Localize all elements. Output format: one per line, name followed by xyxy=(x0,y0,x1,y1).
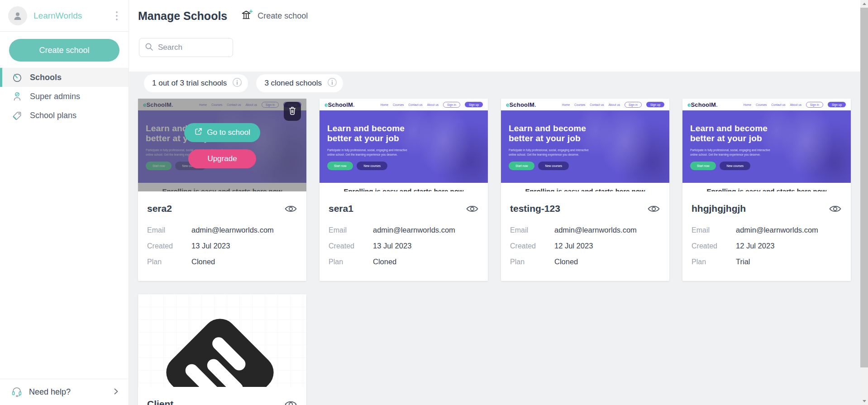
client-logo xyxy=(159,312,281,387)
vertical-scrollbar[interactable] xyxy=(860,0,868,405)
thumb-signup-pill: Sign up xyxy=(465,102,483,107)
scroll-down-arrow[interactable] xyxy=(860,397,868,405)
thumb-nav-link: Courses xyxy=(574,103,585,106)
delete-school-button[interactable] xyxy=(284,102,301,121)
thumb-site-navbar: eSchoolM. Home Courses Contact us About … xyxy=(320,99,488,110)
sidebar-item-label: Super admins xyxy=(30,92,80,101)
thumb-cta-new-courses: New courses xyxy=(357,162,387,170)
search-row xyxy=(129,32,860,71)
school-name: testing-123 xyxy=(510,203,560,214)
thumb-hero-headline: Learn and become better at your job xyxy=(509,110,601,143)
thumb-site-logo: eSchoolM. xyxy=(687,101,718,108)
headset-icon xyxy=(11,386,23,399)
thumb-cta-new-courses: New courses xyxy=(538,162,569,170)
kebab-menu-icon[interactable] xyxy=(113,9,120,23)
thumb-hero-headline: Learn and become better at your job xyxy=(690,110,783,143)
thumb-nav-link: Contact us xyxy=(408,103,422,106)
thumb-nav-link: Home xyxy=(562,103,570,106)
created-row: Created12 Jul 2023 xyxy=(501,241,669,251)
school-building-icon xyxy=(241,9,253,23)
plan-row: PlanCloned xyxy=(501,257,669,267)
eye-icon[interactable] xyxy=(829,204,842,214)
compass-icon xyxy=(12,72,23,83)
trash-icon xyxy=(287,105,297,118)
upgrade-button[interactable]: Upgrade xyxy=(188,149,256,168)
hover-dim-overlay xyxy=(138,99,306,191)
sidebar-item-label: School plans xyxy=(30,111,76,120)
school-card-client: Client xyxy=(138,294,306,405)
scrollbar-thumb[interactable] xyxy=(860,8,868,367)
eye-icon[interactable] xyxy=(284,204,297,214)
search-input[interactable] xyxy=(158,43,226,52)
school-thumbnail[interactable]: eSchoolM. Home Courses Contact us About … xyxy=(138,99,306,191)
thumb-cta-start-now: Start now xyxy=(690,162,716,170)
external-link-icon xyxy=(194,127,203,138)
school-name: Client xyxy=(147,399,173,405)
school-card-hhgjhgjhgjh: eSchoolM. Home Courses Contact us About … xyxy=(682,99,851,281)
thumb-clipped-heading: Enrolling is easy and starts here now xyxy=(682,183,851,191)
school-thumbnail[interactable]: eSchoolM. Home Courses Contact us About … xyxy=(320,99,488,191)
header-create-school-button[interactable]: Create school xyxy=(241,9,308,23)
created-row: Created13 Jul 2023 xyxy=(138,241,306,251)
thumb-signin-pill: Sign in xyxy=(443,102,460,108)
header-create-school-label: Create school xyxy=(258,11,308,21)
info-icon[interactable] xyxy=(327,77,337,90)
thumb-hero: Learn and become better at your job Part… xyxy=(682,110,851,183)
thumb-nav-link: About us xyxy=(790,103,801,106)
tag-icon xyxy=(12,110,23,121)
thumb-clipped-heading: Enrolling is easy and starts here now xyxy=(320,183,488,191)
upgrade-label: Upgrade xyxy=(207,154,237,163)
search-icon xyxy=(145,43,153,53)
thumb-cta-start-now: Start now xyxy=(509,162,534,170)
scroll-up-arrow[interactable] xyxy=(860,0,868,8)
brand-name: LearnWorlds xyxy=(33,11,82,21)
thumb-site-logo: eSchoolM. xyxy=(506,101,536,108)
eye-icon[interactable] xyxy=(284,400,297,405)
sidebar-item-schools[interactable]: Schools xyxy=(0,68,129,87)
thumb-hero: Learn and become better at your job Part… xyxy=(501,110,669,183)
school-thumbnail[interactable]: eSchoolM. Home Courses Contact us About … xyxy=(501,99,669,191)
school-thumbnail[interactable] xyxy=(138,294,306,387)
thumb-site-navbar: eSchoolM. Home Courses Contact us About … xyxy=(501,99,669,110)
brand-row: LearnWorlds xyxy=(0,0,129,32)
thumb-signup-pill: Sign up xyxy=(646,102,664,107)
thumb-nav-link: Courses xyxy=(756,103,767,106)
thumb-hero-paragraph: Participate in fully professional, socia… xyxy=(509,148,597,157)
school-card-testing-123: eSchoolM. Home Courses Contact us About … xyxy=(501,99,669,281)
search-box[interactable] xyxy=(139,38,233,57)
need-help-row[interactable]: Need help? xyxy=(0,379,129,405)
create-school-button[interactable]: Create school xyxy=(9,39,119,62)
cloned-schools-badge: 3 cloned schools xyxy=(256,74,343,92)
thumb-clipped-heading: Enrolling is easy and starts here now xyxy=(501,183,669,191)
eye-icon[interactable] xyxy=(466,204,479,214)
thumb-signin-pill: Sign in xyxy=(625,102,642,108)
trial-schools-badge-label: 1 out of 3 trial schools xyxy=(152,79,227,88)
trial-schools-badge: 1 out of 3 trial schools xyxy=(144,74,248,92)
thumb-hero-headline: Learn and become better at your job xyxy=(327,110,420,143)
sidebar-item-label: Schools xyxy=(30,73,62,82)
info-icon[interactable] xyxy=(232,77,242,90)
chevron-right-icon xyxy=(112,388,119,397)
page-header: Manage Schools Create school xyxy=(129,0,860,32)
school-thumbnail[interactable]: eSchoolM. Home Courses Contact us About … xyxy=(682,99,851,191)
avatar[interactable] xyxy=(8,6,27,25)
thumb-nav-link: Contact us xyxy=(590,103,604,106)
sidebar-item-super-admins[interactable]: Super admins xyxy=(0,87,129,106)
thumb-nav-link: Home xyxy=(381,103,388,106)
school-card-sera2: eSchoolM. Home Courses Contact us About … xyxy=(138,99,306,281)
go-to-school-button[interactable]: Go to school xyxy=(184,123,260,142)
plan-row: PlanCloned xyxy=(138,257,306,267)
email-row: Emailadmin@learnworlds.com xyxy=(138,225,306,235)
thumb-nav-link: Courses xyxy=(393,103,404,106)
school-name: sera2 xyxy=(147,203,172,214)
plan-row: PlanTrial xyxy=(682,257,851,267)
email-row: Emailadmin@learnworlds.com xyxy=(320,225,488,235)
eye-icon[interactable] xyxy=(647,204,660,214)
go-to-school-label: Go to school xyxy=(207,128,250,137)
thumb-cta-new-courses: New courses xyxy=(720,162,750,170)
thumb-site-logo: eSchoolM. xyxy=(324,101,355,108)
main-area: Manage Schools Create school 1 out of 3 … xyxy=(129,0,860,405)
thumb-site-navbar: eSchoolM. Home Courses Contact us About … xyxy=(682,99,851,110)
created-row: Created12 Jul 2023 xyxy=(682,241,851,251)
sidebar-item-school-plans[interactable]: School plans xyxy=(0,106,129,125)
